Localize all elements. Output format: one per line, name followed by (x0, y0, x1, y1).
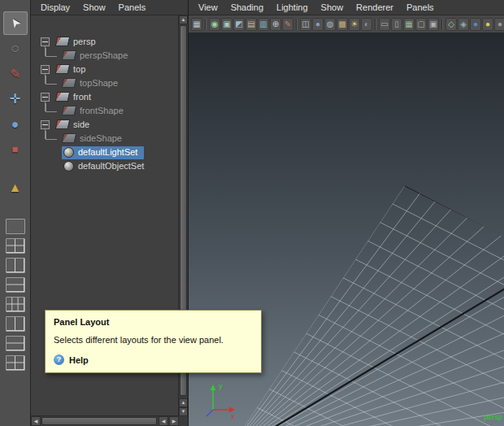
viewport-menu-renderer[interactable]: Renderer (350, 0, 400, 15)
film-gate-icon[interactable]: ▯ (391, 18, 402, 31)
wireframe-icon[interactable]: ◫ (300, 18, 311, 31)
scale-tool-button[interactable]: ■ (3, 137, 28, 161)
outliner-menu-panels[interactable]: Panels (112, 0, 153, 15)
outliner-item-front[interactable]: front (31, 90, 179, 104)
camera-icon (55, 120, 71, 129)
tooltip-help-link[interactable]: ? Help (54, 354, 253, 365)
no-lights-icon[interactable]: ● (494, 18, 504, 31)
lock-camera-icon[interactable]: ▣ (221, 18, 232, 31)
horizontal-scroll-thumb[interactable] (41, 417, 157, 425)
y-axis-label: y (219, 382, 223, 390)
panel-layout-tooltip: Panel Layout Selects different layouts f… (45, 310, 262, 373)
move-tool-icon: ✛ (10, 93, 20, 106)
outliner-item-content: frontShape (61, 105, 130, 117)
outliner-item-label: side (73, 120, 89, 129)
wireframe-on-shaded-icon[interactable]: ◍ (324, 18, 336, 31)
expand-toggle-icon[interactable] (41, 65, 50, 74)
viewport-menu-show[interactable]: Show (315, 0, 350, 15)
outliner-menu-display[interactable]: Display (34, 0, 76, 15)
toolbox: ➤◌✎✛●■ ▲ (0, 0, 31, 426)
outliner-item-content: side (54, 119, 96, 131)
select-tool-icon: ➤ (7, 15, 24, 31)
outliner-item-content: front (54, 91, 98, 103)
outliner-item-top[interactable]: top (31, 63, 179, 76)
tree-branch-connector (46, 103, 57, 112)
layout-shortcut-buttons (6, 219, 25, 371)
z-axis-line (206, 410, 213, 416)
single-pane-layout-button[interactable] (6, 219, 25, 234)
three-panes-split-top-layout-button[interactable] (6, 297, 25, 312)
two-d-pan-zoom-icon[interactable]: ⊕ (270, 18, 281, 31)
resolution-gate-icon[interactable]: ▭ (379, 18, 390, 31)
outliner-item-perspShape[interactable]: perspShape (31, 49, 179, 63)
set-icon (63, 161, 74, 172)
viewport-menu-panels[interactable]: Panels (400, 0, 441, 15)
outliner-persp-layout-button[interactable] (6, 316, 25, 332)
outliner-item-frontShape[interactable]: frontShape (31, 104, 179, 118)
scroll-down-button[interactable]: ▼ (179, 407, 188, 416)
safe-action-icon[interactable]: ▢ (415, 18, 427, 31)
camera-hud-label: persp (484, 413, 502, 421)
scroll-up-button-bottom[interactable]: ▲ (179, 398, 188, 407)
select-camera-icon[interactable]: ◉ (209, 18, 220, 31)
expand-toggle-icon[interactable] (41, 93, 50, 102)
outliner-item-label: topShape (80, 78, 118, 88)
x-axis-label: x (231, 412, 235, 419)
scroll-right-button[interactable]: ▶ (169, 416, 179, 426)
outliner-item-label: defaultLightSet (78, 147, 137, 157)
use-all-lights-icon[interactable]: ☀ (349, 18, 360, 31)
default-lighting-icon[interactable]: ● (470, 18, 481, 31)
last-tool-icon: ▲ (9, 181, 22, 194)
lasso-tool-button[interactable]: ◌ (3, 37, 28, 60)
textured-icon[interactable]: ▩ (337, 18, 348, 31)
bookmarks-icon[interactable]: ▤ (245, 18, 257, 31)
field-chart-icon[interactable]: ▦ (403, 18, 415, 31)
image-plane-icon[interactable]: ▥ (258, 18, 269, 31)
scroll-left-button-right[interactable]: ◀ (159, 416, 168, 426)
select-tool-button[interactable]: ➤ (3, 11, 28, 35)
outliner-item-label: persp (73, 37, 96, 46)
viewport-menu-lighting[interactable]: Lighting (270, 0, 315, 15)
hypershade-persp-layout-button[interactable] (6, 355, 25, 371)
outliner-item-defaultObjectSet[interactable]: defaultObjectSet (31, 159, 179, 173)
safe-title-icon[interactable]: ▣ (428, 18, 439, 31)
outliner-item-content: defaultLightSet (62, 146, 144, 159)
camera-shape-icon (62, 78, 77, 88)
persp-graph-layout-button[interactable] (6, 336, 25, 351)
scroll-left-button[interactable]: ◀ (31, 416, 41, 426)
four-view-layout-button[interactable] (6, 238, 25, 254)
grease-pencil-icon[interactable]: ✎ (282, 18, 293, 31)
outliner-item-topShape[interactable]: topShape (31, 76, 179, 90)
camera-shape-icon (62, 133, 77, 143)
viewport-menu-view[interactable]: View (192, 0, 224, 15)
last-tool-button[interactable]: ▲ (3, 176, 28, 199)
camera-shape-icon (62, 106, 77, 115)
two-panes-side-by-side-layout-button[interactable] (6, 258, 25, 273)
two-panes-stacked-layout-button[interactable] (6, 277, 25, 293)
rotate-tool-button[interactable]: ● (3, 112, 28, 136)
camera-attributes-icon[interactable]: ◩ (233, 18, 245, 31)
scroll-up-button[interactable]: ▲ (179, 15, 188, 24)
outliner-item-side[interactable]: side (31, 118, 179, 132)
rotate-tool-icon: ● (11, 118, 20, 131)
viewport-menu-shading[interactable]: Shading (224, 0, 270, 15)
outliner-horizontal-scrollbar[interactable]: ◀ ◀ ▶ (31, 415, 179, 426)
outliner-item-defaultLightSet[interactable]: defaultLightSet (31, 146, 179, 159)
paint-selection-tool-button[interactable]: ✎ (3, 62, 28, 85)
isolate-select-icon[interactable]: ◇ (445, 18, 457, 31)
scrollbar-corner (179, 416, 188, 426)
xray-icon[interactable]: ◈ (458, 18, 469, 31)
outliner-item-label: front (73, 92, 91, 102)
outliner-item-sideShape[interactable]: sideShape (31, 132, 179, 146)
smooth-shade-icon[interactable]: ● (312, 18, 324, 31)
tooltip-body: Selects different layouts for the view p… (54, 335, 253, 345)
expand-toggle-icon[interactable] (41, 37, 50, 46)
shadows-icon[interactable]: ◐ (361, 18, 372, 31)
outliner-item-persp[interactable]: persp (31, 35, 179, 49)
all-lights-icon[interactable]: ● (482, 18, 493, 31)
expand-toggle-icon[interactable] (41, 120, 50, 129)
snap-to-grid-icon[interactable]: ▦ (191, 18, 202, 31)
move-tool-button[interactable]: ✛ (3, 87, 28, 111)
outliner-menu-show[interactable]: Show (76, 0, 112, 15)
camera-icon (55, 37, 71, 46)
